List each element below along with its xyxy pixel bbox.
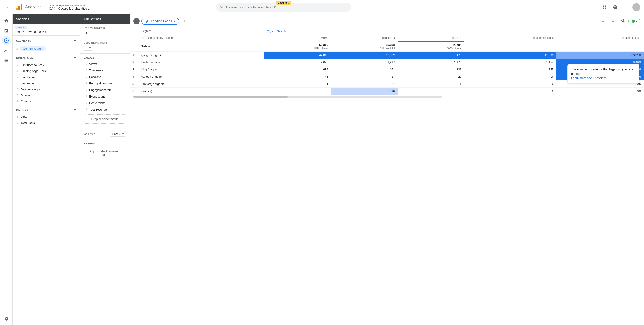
drag-handle-icon: ⠿ — [17, 64, 19, 67]
value-total-users[interactable]: ⠿ Total users — [84, 67, 126, 74]
row-engaged-sessions: 16 — [464, 73, 556, 80]
metric-views[interactable]: ⠿ Views — [12, 114, 80, 120]
add-tab-button[interactable]: + — [181, 18, 188, 25]
dimension-item-name[interactable]: ⠿ Item name — [12, 80, 80, 86]
cell-type-select[interactable]: Heat ... ▾ — [110, 131, 126, 137]
value-label: Engaged sessions — [89, 82, 113, 85]
table-row: 3 bing / organic 632 151 221 155 70.14% — [130, 66, 644, 73]
drag-handle-icon: ⠿ — [17, 76, 19, 79]
row-total-users: 12,862 — [331, 51, 398, 58]
row-total-users: 17 — [331, 73, 398, 80]
row-num: 4 — [130, 73, 139, 80]
start-column-group-section: Start column group — [80, 24, 130, 39]
row-dimension: yahoo / organic — [139, 73, 264, 80]
main-layout: Variables − Custom Oct 22 - Nov 20, 2022… — [0, 14, 644, 325]
more-menu-button[interactable] — [622, 3, 630, 12]
avatar[interactable] — [632, 3, 640, 11]
report-zero-badge: 0 — [133, 18, 140, 24]
value-engagement-rate[interactable]: ⠿ Engagement rate — [84, 87, 126, 93]
nav-reports[interactable] — [2, 26, 11, 35]
dimension-country[interactable]: ⠿ Country — [12, 98, 80, 104]
drag-handle-icon: ⠿ — [17, 122, 19, 124]
dimension-first-user-source[interactable]: ⠿ First user source / ... — [12, 62, 80, 68]
table-row: 1 google / organic 47,015 12,862 17,473 … — [130, 51, 644, 58]
search-bar[interactable]: Loading... — [216, 3, 352, 12]
value-sessions[interactable]: ⠿ Sessions — [84, 74, 126, 80]
share-button[interactable]: ▾ — [628, 18, 640, 24]
svg-rect-0 — [16, 8, 18, 10]
segment-organic-search[interactable]: ⠿ Organic Search — [12, 45, 80, 53]
toolbar-right: ↩ ↪ ▾ — [599, 17, 640, 25]
value-label: Views — [89, 62, 97, 66]
property-selector[interactable]: GA4 - Google Merchandise Store GA4 - Goo… — [49, 4, 90, 10]
tooltip-link[interactable]: Learn more about sessions — [571, 76, 607, 80]
dimension-label: Landing page + que... — [21, 69, 49, 73]
views-column-header[interactable]: Views — [264, 34, 331, 42]
help-icon — [613, 5, 618, 10]
engagement-rate-column-header[interactable]: Engagement rate — [556, 34, 644, 42]
row-num: 1 — [130, 51, 139, 58]
add-segment-button[interactable]: + — [74, 38, 76, 43]
loading-badge: Loading... — [276, 1, 292, 4]
drag-handle-icon: ⠿ — [17, 88, 19, 91]
sessions-column-header[interactable]: Sessions — [398, 34, 464, 42]
row-sessions: 221 — [398, 66, 464, 73]
back-button[interactable]: ← — [4, 3, 12, 12]
redo-button[interactable]: ↪ — [609, 17, 617, 25]
engaged-sessions-column-header[interactable]: Engaged sessions — [464, 34, 556, 42]
date-range-row[interactable]: Oct 22 - Nov 20, 2022 ▾ — [15, 30, 77, 34]
cell-type-row: Cell type Heat ... ▾ — [80, 128, 130, 140]
landing-pages-tab[interactable]: Landing Pages ▾ — [142, 18, 179, 25]
value-conversions[interactable]: ⠿ Conversions — [84, 100, 126, 106]
nav-home[interactable] — [2, 16, 11, 25]
dimension-device-category[interactable]: ⠿ Device category — [12, 86, 80, 92]
add-metric-button[interactable]: + — [74, 107, 76, 112]
dimension-landing-page[interactable]: ⠿ Landing page + que... — [12, 68, 80, 74]
check-circle-icon — [632, 19, 635, 23]
report-table-container[interactable]: Segment Organic Search First user source… — [130, 28, 644, 325]
value-engaged-sessions[interactable]: ⠿ Engaged sessions — [84, 80, 126, 86]
totals-engagement-rate — [556, 42, 644, 52]
add-dimension-button[interactable]: + — [74, 56, 76, 60]
metric-total-users[interactable]: ⠿ Total users — [12, 120, 80, 126]
row-total-users: 310 — [331, 88, 398, 94]
add-user-button[interactable] — [618, 17, 627, 25]
content-area: Variables − Custom Oct 22 - Nov 20, 2022… — [12, 14, 644, 325]
drop-metric-box[interactable]: Drop or select metric — [85, 114, 125, 124]
show-column-groups-select[interactable]: 5 ▾ — [84, 45, 93, 51]
nav-explore[interactable] — [2, 36, 11, 45]
tab-name: Landing Pages — [151, 19, 172, 23]
date-selector[interactable]: Custom Oct 22 - Nov 20, 2022 ▾ — [12, 24, 80, 36]
dimension-label: Country — [21, 100, 31, 103]
left-nav — [0, 14, 12, 325]
search-input[interactable] — [226, 6, 348, 9]
dimension-event-name[interactable]: ⠿ Event name — [12, 74, 80, 80]
value-event-count[interactable]: ⠿ Event count — [84, 94, 126, 100]
value-total-revenue[interactable]: ⠿ Total revenue — [84, 106, 126, 112]
tab-settings-minimize[interactable]: − — [124, 17, 126, 21]
row-engagement-rate: 0% — [556, 88, 644, 94]
nav-settings[interactable] — [2, 314, 11, 323]
topbar: ← Analytics GA4 - Google Merchandise Sto… — [0, 0, 644, 14]
nav-advertising[interactable] — [2, 46, 11, 55]
variables-minimize[interactable]: − — [74, 17, 76, 21]
value-label: Sessions — [89, 75, 101, 78]
svg-rect-1 — [18, 6, 20, 10]
cell-type-value: Heat ... — [112, 132, 122, 136]
grid-icon-button[interactable] — [600, 3, 609, 12]
value-label: Event count — [89, 95, 105, 98]
scrollbar-indicator[interactable] — [133, 96, 442, 98]
drag-handle-icon: ⠿ — [85, 108, 88, 111]
nav-configure[interactable] — [2, 56, 11, 65]
drop-filter-box[interactable]: Drop or select dimension or... — [85, 146, 125, 159]
undo-button[interactable]: ↩ — [599, 17, 607, 25]
row-total-users: 151 — [331, 66, 398, 73]
date-range-value: Oct 22 - Nov 20, 2022 — [15, 30, 44, 34]
show-column-groups-section: Show column groups 5 ▾ — [80, 39, 130, 54]
dimension-label: Event name — [21, 76, 36, 79]
dimension-browser[interactable]: ⠿ Browser — [12, 92, 80, 98]
total-users-column-header[interactable]: Total users — [331, 34, 398, 42]
help-button[interactable] — [611, 3, 620, 12]
value-views[interactable]: ⠿ Views — [84, 61, 126, 67]
start-column-group-input[interactable] — [84, 30, 97, 36]
